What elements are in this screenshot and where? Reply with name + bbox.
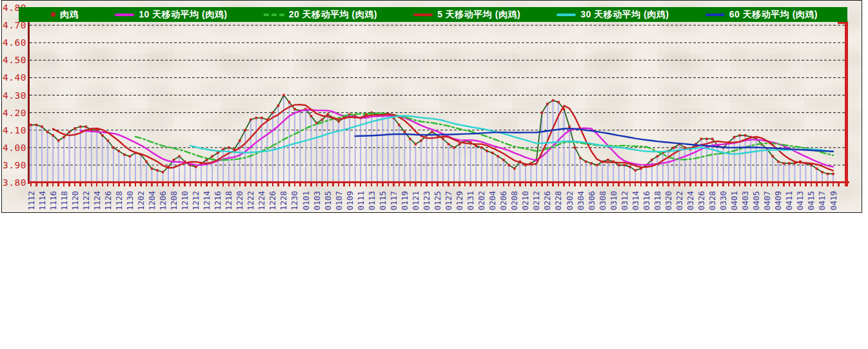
x-axis-label: 0119 [400,191,409,210]
x-axis-label: 0326 [696,191,706,210]
x-axis-label: 0226 [542,191,552,210]
x-axis-label: 1220 [235,191,244,210]
x-axis-label: 1210 [180,191,190,210]
x-axis-label: 0312 [620,191,629,210]
right-border [845,21,848,186]
x-axis-label: 0208 [509,191,519,210]
y-axis-label: 3.80 [3,177,26,188]
x-axis-label: 0111 [356,191,366,210]
x-axis-label: 0115 [378,191,388,210]
y-axis-label: 4.20 [3,108,26,118]
legend-item-label: 60 天移动平均 (肉鸡) [729,9,818,21]
x-axis-label: 0302 [565,191,575,210]
series-line-icon [115,14,134,16]
y-axis-label: 4.30 [3,90,26,101]
chart-window: 肉鸡10 天移动平均 (肉鸡)20 天移动平均 (肉鸡)5 天移动平均 (肉鸡)… [0,0,868,349]
x-axis-label: 1128 [114,191,124,210]
legend-item-2: 20 天移动平均 (肉鸡) [264,9,377,21]
legend-item-label: 30 天移动平均 (肉鸡) [580,9,669,21]
x-axis-label: 0330 [718,191,728,210]
x-axis-ticks [30,183,840,186]
x-axis-label: 1208 [169,191,179,210]
x-axis-label: 0123 [422,191,431,210]
x-axis-label: 1212 [191,191,201,210]
x-axis-label: 0131 [466,191,475,210]
x-axis-label: 1118 [59,191,69,210]
x-axis-label: 0401 [729,191,739,210]
x-axis-label: 1226 [268,191,277,210]
y-axis-labels: 4.804.704.604.504.404.304.204.104.003.90… [3,3,26,188]
x-axis-label: 1214 [202,191,212,210]
price-chart-plot: 4.804.704.604.504.404.304.204.104.003.90… [2,1,862,212]
x-axis-label: 0228 [553,191,563,210]
y-axis-label: 3.90 [3,160,26,170]
series-line-icon [264,14,284,16]
legend-item-label: 10 天移动平均 (肉鸡) [139,9,227,21]
x-axis-label: 0318 [653,191,662,210]
x-axis-label: 1130 [125,191,135,210]
x-axis-label: 0322 [675,191,684,210]
x-axis-label: 0127 [444,191,453,210]
x-axis-label: 1230 [290,191,299,210]
x-axis-label: 0328 [707,191,717,210]
x-axis-label: 0314 [631,191,640,210]
x-axis-label: 0403 [740,191,750,210]
x-axis-label: 0121 [411,191,420,210]
x-axis-labels: 1112111411161118112011221124112611281130… [26,191,838,210]
x-axis-label: 1206 [158,191,168,210]
y-axis-line [28,8,30,184]
x-axis-label: 1216 [213,191,222,210]
x-axis-label: 0125 [433,191,442,210]
y-axis-label: 4.00 [3,143,26,153]
x-axis-label: 1122 [81,191,91,210]
legend-item-label: 20 天移动平均 (肉鸡) [289,9,377,21]
x-axis-label: 1114 [37,191,47,210]
x-axis-label: 0117 [389,191,399,210]
x-axis-label: 1224 [257,191,266,210]
x-axis-label: 0129 [455,191,464,210]
x-axis-label: 0304 [576,191,586,210]
x-axis-label: 0202 [477,191,486,210]
ma-10-line [81,110,833,166]
x-axis-label: 0113 [367,191,377,210]
x-axis-label: 0308 [598,191,607,210]
x-axis-label: 0204 [488,191,497,210]
x-axis-label: 1126 [103,191,113,210]
x-axis-label: 0310 [609,191,618,210]
y-axis-label: 4.60 [3,37,26,48]
x-axis-label: 0101 [301,191,311,210]
x-axis-label: 1222 [246,191,255,210]
legend-item-0: 肉鸡 [51,9,79,21]
x-axis-line [28,181,849,184]
x-axis-label: 0407 [762,191,772,210]
x-axis-label: 1120 [70,191,80,210]
x-axis-label: 1124 [92,191,102,210]
x-axis-label: 0320 [664,191,673,210]
x-axis-label: 0105 [323,191,333,210]
chart-frame: 肉鸡10 天移动平均 (肉鸡)20 天移动平均 (肉鸡)5 天移动平均 (肉鸡)… [1,0,862,213]
legend-item-3: 5 天移动平均 (肉鸡) [413,9,520,21]
x-axis-label: 0212 [531,191,541,210]
legend-item-label: 肉鸡 [60,9,79,21]
y-axis-label: 4.10 [3,125,26,135]
y-axis-label: 4.50 [3,55,26,65]
x-axis-label: 0107 [334,191,344,210]
series-line-icon [557,14,576,16]
x-axis-label: 1218 [224,191,233,210]
x-axis-label: 1202 [136,191,146,210]
x-axis-label: 0103 [312,191,322,210]
legend-item-5: 60 天移动平均 (肉鸡) [705,9,818,21]
legend-item-4: 30 天移动平均 (肉鸡) [557,9,669,21]
x-axis-label: 0324 [686,191,695,210]
series-line-icon [413,14,433,16]
legend-bar: 肉鸡10 天移动平均 (肉鸡)20 天移动平均 (肉鸡)5 天移动平均 (肉鸡)… [19,7,847,22]
x-axis-label: 1204 [147,191,157,210]
x-axis-label: 0415 [806,191,816,210]
x-axis-label: 0417 [817,191,827,210]
x-axis-label: 1228 [279,191,288,210]
y-axis-label: 4.40 [3,72,26,83]
series-line-icon [705,14,725,16]
series-dot-icon [51,12,55,17]
x-axis-label: 0109 [345,191,355,210]
x-axis-label: 0306 [587,191,597,210]
